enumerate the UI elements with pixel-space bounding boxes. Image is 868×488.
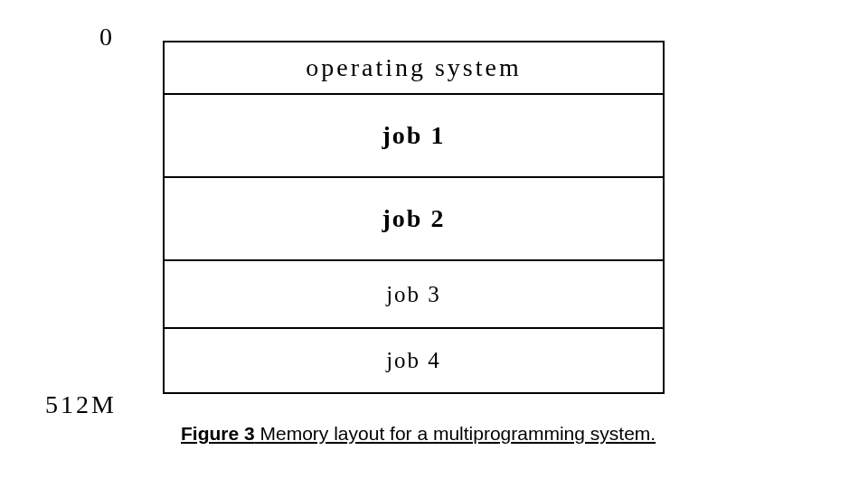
memory-box: operating system job 1 job 2 job 3 job 4 xyxy=(163,41,665,394)
memory-layout-diagram: 0 512M operating system job 1 job 2 job … xyxy=(45,18,687,394)
address-label-bottom: 512M xyxy=(45,390,117,419)
caption-figure-number: Figure 3 xyxy=(181,423,255,444)
caption-text: Memory layout for a multiprogramming sys… xyxy=(255,423,656,444)
memory-area: 0 512M operating system job 1 job 2 job … xyxy=(45,18,687,394)
address-label-top: 0 xyxy=(99,23,114,52)
memory-region-job4: job 4 xyxy=(165,329,663,392)
memory-region-job2: job 2 xyxy=(165,178,663,261)
figure-caption: Figure 3 Memory layout for a multiprogra… xyxy=(181,423,656,445)
memory-region-job3: job 3 xyxy=(165,261,663,329)
memory-region-os: operating system xyxy=(165,42,663,95)
memory-region-job1: job 1 xyxy=(165,95,663,178)
